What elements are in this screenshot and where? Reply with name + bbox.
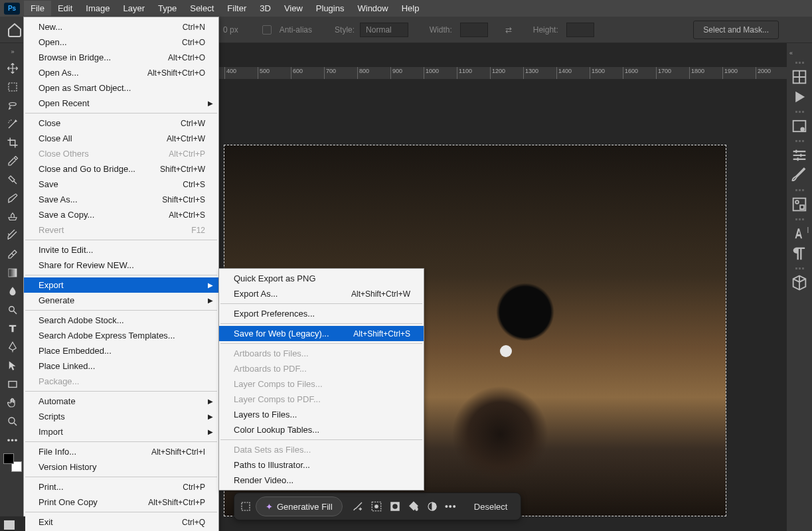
- menuitem-save-as[interactable]: Save As...Shift+Ctrl+S: [24, 192, 218, 207]
- eraser-tool-icon[interactable]: [3, 246, 22, 262]
- menuitem-open-recent[interactable]: Open Recent▶: [24, 96, 218, 111]
- menuitem-search-adobe-stock[interactable]: Search Adobe Stock...: [24, 313, 218, 328]
- menuitem-close-all[interactable]: Close AllAlt+Ctrl+W: [24, 131, 218, 146]
- history-brush-tool-icon[interactable]: [3, 228, 22, 244]
- menuitem-print[interactable]: Print...Ctrl+P: [24, 479, 218, 494]
- adjustment-icon[interactable]: [426, 500, 438, 512]
- select-and-mask-button[interactable]: Select and Mask...: [693, 21, 779, 39]
- mask-icon[interactable]: [389, 500, 401, 512]
- edit-toolbar-icon[interactable]: •••: [3, 432, 22, 448]
- menu-select[interactable]: Select: [183, 1, 220, 16]
- generative-fill-button[interactable]: ✦ Generative Fill: [256, 496, 343, 516]
- type-tool-icon[interactable]: [3, 321, 22, 337]
- menuitem-export-preferences[interactable]: Export Preferences...: [219, 306, 424, 321]
- document-thumbnail[interactable]: [4, 520, 15, 530]
- menuitem-invite-to-edit[interactable]: Invite to Edit...: [24, 242, 218, 258]
- more-icon[interactable]: •••: [445, 500, 457, 512]
- menuitem-open-as-smart-object[interactable]: Open as Smart Object...: [24, 80, 218, 96]
- menuitem-render-video[interactable]: Render Video...: [219, 473, 424, 488]
- anti-alias-checkbox[interactable]: [262, 25, 272, 35]
- 3d-panel-icon[interactable]: [790, 274, 809, 291]
- width-input[interactable]: [460, 23, 488, 37]
- menuitem-automate[interactable]: Automate▶: [24, 394, 218, 409]
- home-icon[interactable]: [7, 22, 23, 38]
- deselect-button[interactable]: Deselect: [466, 502, 516, 512]
- menuitem-place-linked[interactable]: Place Linked...: [24, 358, 218, 374]
- libraries-panel-icon[interactable]: [790, 196, 809, 213]
- menu-filter[interactable]: Filter: [220, 1, 253, 16]
- menuitem-paths-to-illustrator[interactable]: Paths to Illustrator...: [219, 457, 424, 473]
- menuitem-new[interactable]: New...Ctrl+N: [24, 19, 218, 35]
- style-select[interactable]: Normal: [360, 23, 408, 37]
- menuitem-artboards-to-files: Artboards to Files...: [219, 346, 424, 361]
- panel-collapse-icon[interactable]: «: [789, 50, 793, 56]
- character-panel-icon[interactable]: |: [790, 225, 809, 242]
- height-input[interactable]: [566, 23, 594, 37]
- hand-tool-icon[interactable]: [3, 395, 22, 411]
- contextual-taskbar: ✦ Generative Fill ••• Deselect: [234, 493, 521, 520]
- gradient-tool-icon[interactable]: [3, 265, 22, 281]
- fill-icon[interactable]: [408, 500, 420, 512]
- swatches-panel-icon[interactable]: [790, 68, 809, 86]
- toolbar-collapse-icon[interactable]: »: [11, 48, 14, 55]
- menuitem-version-history[interactable]: Version History: [24, 459, 218, 475]
- swap-icon[interactable]: ⇄: [505, 25, 512, 35]
- crop-tool-icon[interactable]: [3, 135, 22, 151]
- menu-image[interactable]: Image: [79, 1, 116, 16]
- foreground-background-colors[interactable]: [3, 453, 22, 472]
- lasso-tool-icon[interactable]: [3, 98, 22, 114]
- menuitem-open-as[interactable]: Open As...Alt+Shift+Ctrl+O: [24, 65, 218, 80]
- menu-view[interactable]: View: [278, 1, 309, 16]
- menu-type[interactable]: Type: [151, 1, 183, 16]
- menuitem-browse-in-bridge[interactable]: Browse in Bridge...Alt+Ctrl+O: [24, 50, 218, 65]
- select-subject-icon[interactable]: [370, 500, 382, 512]
- menuitem-scripts[interactable]: Scripts▶: [24, 409, 218, 424]
- menuitem-save-a-copy[interactable]: Save a Copy...Alt+Ctrl+S: [24, 207, 218, 222]
- marquee-tool-icon[interactable]: [3, 79, 22, 95]
- menuitem-save[interactable]: SaveCtrl+S: [24, 177, 218, 192]
- menuitem-quick-export-as-png[interactable]: Quick Export as PNG: [219, 271, 424, 286]
- menuitem-close[interactable]: CloseCtrl+W: [24, 115, 218, 131]
- brushes-panel-icon[interactable]: [790, 167, 809, 184]
- magic-wand-tool-icon[interactable]: [3, 116, 22, 132]
- menu-help[interactable]: Help: [395, 1, 426, 16]
- menuitem-import[interactable]: Import▶: [24, 424, 218, 439]
- paragraph-panel-icon[interactable]: [790, 245, 809, 262]
- taskbar-select-icon[interactable]: [240, 500, 252, 512]
- menu-3d[interactable]: 3D: [253, 1, 278, 16]
- zoom-tool-icon[interactable]: [3, 414, 22, 429]
- menuitem-export[interactable]: Export▶: [24, 277, 218, 293]
- menu-edit[interactable]: Edit: [51, 1, 79, 16]
- clone-stamp-tool-icon[interactable]: [3, 209, 22, 225]
- menuitem-export-as[interactable]: Export As...Alt+Shift+Ctrl+W: [219, 286, 424, 301]
- menuitem-save-for-web-legacy[interactable]: Save for Web (Legacy)...Alt+Shift+Ctrl+S: [219, 326, 424, 341]
- menuitem-exit[interactable]: ExitCtrl+Q: [24, 514, 218, 530]
- dodge-tool-icon[interactable]: [3, 302, 22, 318]
- menu-file[interactable]: File: [24, 1, 51, 16]
- menuitem-search-adobe-express-templates[interactable]: Search Adobe Express Templates...: [24, 328, 218, 343]
- eyedropper-tool-icon[interactable]: [3, 153, 22, 169]
- menuitem-place-embedded[interactable]: Place Embedded...: [24, 343, 218, 358]
- brush-add-icon[interactable]: [352, 500, 364, 512]
- spot-heal-tool-icon[interactable]: [3, 172, 22, 188]
- menuitem-open[interactable]: Open...Ctrl+O: [24, 35, 218, 50]
- play-panel-icon[interactable]: [790, 88, 809, 106]
- menuitem-print-one-copy[interactable]: Print One CopyAlt+Shift+Ctrl+P: [24, 494, 218, 510]
- rectangle-tool-icon[interactable]: [3, 376, 22, 392]
- menu-plugins[interactable]: Plugins: [309, 1, 351, 16]
- pen-tool-icon[interactable]: [3, 339, 22, 355]
- menuitem-close-and-go-to-bridge[interactable]: Close and Go to Bridge...Shift+Ctrl+W: [24, 161, 218, 177]
- menu-layer[interactable]: Layer: [117, 1, 152, 16]
- path-select-tool-icon[interactable]: [3, 358, 22, 374]
- menuitem-generate[interactable]: Generate▶: [24, 293, 218, 308]
- menuitem-color-lookup-tables[interactable]: Color Lookup Tables...: [219, 422, 424, 437]
- move-tool-icon[interactable]: [3, 60, 22, 76]
- menu-window[interactable]: Window: [351, 1, 394, 16]
- brush-tool-icon[interactable]: [3, 190, 22, 206]
- menuitem-file-info[interactable]: File Info...Alt+Shift+Ctrl+I: [24, 444, 218, 459]
- menuitem-share-for-review-new[interactable]: Share for Review NEW...: [24, 258, 218, 273]
- properties-panel-icon[interactable]: [790, 117, 809, 135]
- blur-tool-icon[interactable]: [3, 283, 22, 299]
- adjustments-panel-icon[interactable]: [790, 147, 809, 164]
- menuitem-layers-to-files[interactable]: Layers to Files...: [219, 407, 424, 422]
